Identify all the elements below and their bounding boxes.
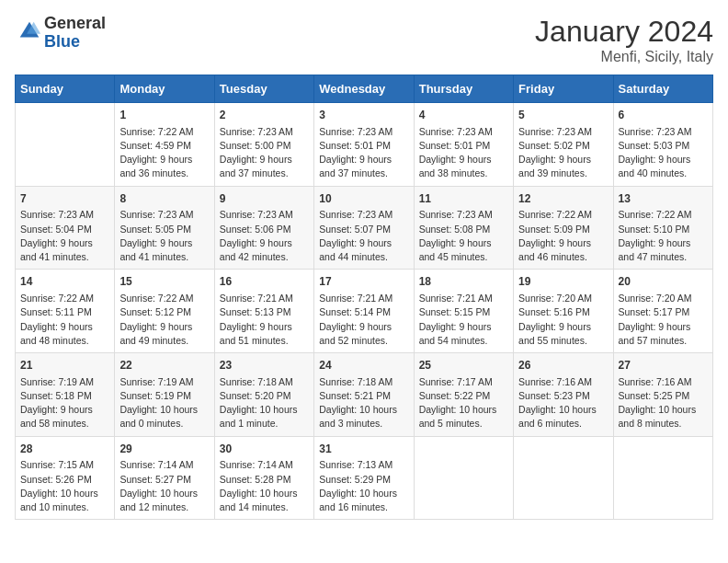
calendar-cell [16,103,115,187]
day-detail: Sunrise: 7:23 AM Sunset: 5:04 PM Dayligh… [20,208,109,264]
calendar-cell: 21Sunrise: 7:19 AM Sunset: 5:18 PM Dayli… [16,353,115,437]
day-detail: Sunrise: 7:17 AM Sunset: 5:22 PM Dayligh… [419,375,508,431]
day-number: 31 [319,442,408,457]
page-header: General Blue January 2024 Menfi, Sicily,… [15,15,713,65]
calendar-cell: 28Sunrise: 7:15 AM Sunset: 5:26 PM Dayli… [16,436,115,520]
calendar-cell: 15Sunrise: 7:22 AM Sunset: 5:12 PM Dayli… [115,270,214,353]
day-number: 26 [518,358,608,373]
calendar-cell: 25Sunrise: 7:17 AM Sunset: 5:22 PM Dayli… [414,353,513,437]
logo-icon [17,18,42,44]
day-detail: Sunrise: 7:22 AM Sunset: 5:10 PM Dayligh… [619,208,708,264]
day-detail: Sunrise: 7:21 AM Sunset: 5:14 PM Dayligh… [319,292,408,348]
day-number: 17 [319,274,408,290]
calendar-cell: 26Sunrise: 7:16 AM Sunset: 5:23 PM Dayli… [514,353,613,437]
day-number: 29 [119,442,209,457]
day-number: 23 [220,358,309,373]
calendar-cell: 29Sunrise: 7:14 AM Sunset: 5:27 PM Dayli… [115,436,214,520]
day-number: 19 [518,274,608,290]
day-detail: Sunrise: 7:23 AM Sunset: 5:01 PM Dayligh… [419,125,508,181]
day-number: 5 [518,108,608,123]
calendar-cell: 20Sunrise: 7:20 AM Sunset: 5:17 PM Dayli… [613,270,712,353]
day-detail: Sunrise: 7:21 AM Sunset: 5:13 PM Dayligh… [220,292,309,348]
day-number: 8 [119,191,209,207]
day-number: 21 [20,358,109,373]
day-number: 1 [119,108,209,123]
day-number: 18 [419,274,508,290]
day-detail: Sunrise: 7:23 AM Sunset: 5:00 PM Dayligh… [220,125,309,181]
day-detail: Sunrise: 7:18 AM Sunset: 5:21 PM Dayligh… [319,375,408,431]
day-detail: Sunrise: 7:23 AM Sunset: 5:06 PM Dayligh… [220,208,309,264]
calendar-week-0: 1Sunrise: 7:22 AM Sunset: 4:59 PM Daylig… [16,103,713,187]
day-detail: Sunrise: 7:15 AM Sunset: 5:26 PM Dayligh… [20,458,109,514]
day-number: 25 [419,358,508,373]
calendar-cell: 4Sunrise: 7:23 AM Sunset: 5:01 PM Daylig… [414,103,513,187]
day-detail: Sunrise: 7:20 AM Sunset: 5:16 PM Dayligh… [518,292,608,348]
day-number: 30 [220,442,309,457]
day-number: 12 [518,191,608,207]
day-number: 13 [619,191,708,207]
day-number: 10 [319,191,408,207]
calendar-cell: 2Sunrise: 7:23 AM Sunset: 5:00 PM Daylig… [214,103,313,187]
calendar-week-4: 28Sunrise: 7:15 AM Sunset: 5:26 PM Dayli… [16,436,713,520]
day-number: 2 [220,108,309,123]
header-tuesday: Tuesday [214,75,313,103]
day-detail: Sunrise: 7:18 AM Sunset: 5:20 PM Dayligh… [220,375,309,431]
day-detail: Sunrise: 7:22 AM Sunset: 5:12 PM Dayligh… [119,292,209,348]
day-detail: Sunrise: 7:23 AM Sunset: 5:01 PM Dayligh… [319,125,408,181]
header-wednesday: Wednesday [314,75,414,103]
calendar-cell: 18Sunrise: 7:21 AM Sunset: 5:15 PM Dayli… [414,270,513,353]
day-detail: Sunrise: 7:23 AM Sunset: 5:03 PM Dayligh… [619,125,708,181]
calendar-cell: 13Sunrise: 7:22 AM Sunset: 5:10 PM Dayli… [613,186,712,270]
calendar-cell: 10Sunrise: 7:23 AM Sunset: 5:07 PM Dayli… [314,186,414,270]
calendar-cell: 9Sunrise: 7:23 AM Sunset: 5:06 PM Daylig… [214,186,313,270]
calendar-body: 1Sunrise: 7:22 AM Sunset: 4:59 PM Daylig… [16,103,713,520]
calendar-cell: 3Sunrise: 7:23 AM Sunset: 5:01 PM Daylig… [314,103,414,187]
day-detail: Sunrise: 7:22 AM Sunset: 5:09 PM Dayligh… [518,208,608,264]
day-detail: Sunrise: 7:23 AM Sunset: 5:05 PM Dayligh… [119,208,209,264]
calendar-cell: 16Sunrise: 7:21 AM Sunset: 5:13 PM Dayli… [214,270,313,353]
calendar-cell: 23Sunrise: 7:18 AM Sunset: 5:20 PM Dayli… [214,353,313,437]
day-detail: Sunrise: 7:16 AM Sunset: 5:23 PM Dayligh… [518,375,608,431]
calendar-week-2: 14Sunrise: 7:22 AM Sunset: 5:11 PM Dayli… [16,270,713,353]
calendar-header-row: SundayMondayTuesdayWednesdayThursdayFrid… [16,75,713,103]
logo: General Blue [15,15,106,52]
header-saturday: Saturday [613,75,712,103]
title-block: January 2024 Menfi, Sicily, Italy [535,15,713,65]
calendar-cell: 24Sunrise: 7:18 AM Sunset: 5:21 PM Dayli… [314,353,414,437]
calendar-cell: 22Sunrise: 7:19 AM Sunset: 5:19 PM Dayli… [115,353,214,437]
calendar-cell: 8Sunrise: 7:23 AM Sunset: 5:05 PM Daylig… [115,186,214,270]
day-number: 9 [220,191,309,207]
calendar-title: January 2024 [535,15,713,49]
calendar-cell [613,436,712,520]
day-detail: Sunrise: 7:16 AM Sunset: 5:25 PM Dayligh… [619,375,708,431]
calendar-week-1: 7Sunrise: 7:23 AM Sunset: 5:04 PM Daylig… [16,186,713,270]
calendar-subtitle: Menfi, Sicily, Italy [535,49,713,65]
day-number: 3 [319,108,408,123]
calendar-cell: 19Sunrise: 7:20 AM Sunset: 5:16 PM Dayli… [514,270,613,353]
day-detail: Sunrise: 7:19 AM Sunset: 5:19 PM Dayligh… [119,375,209,431]
day-detail: Sunrise: 7:20 AM Sunset: 5:17 PM Dayligh… [619,292,708,348]
day-detail: Sunrise: 7:23 AM Sunset: 5:02 PM Dayligh… [518,125,608,181]
day-detail: Sunrise: 7:23 AM Sunset: 5:07 PM Dayligh… [319,208,408,264]
calendar-cell: 30Sunrise: 7:14 AM Sunset: 5:28 PM Dayli… [214,436,313,520]
day-number: 28 [20,442,109,457]
day-number: 22 [119,358,209,373]
day-detail: Sunrise: 7:22 AM Sunset: 4:59 PM Dayligh… [119,125,209,181]
day-number: 14 [20,274,109,290]
header-monday: Monday [115,75,214,103]
calendar-cell: 11Sunrise: 7:23 AM Sunset: 5:08 PM Dayli… [414,186,513,270]
day-detail: Sunrise: 7:21 AM Sunset: 5:15 PM Dayligh… [419,292,508,348]
calendar-cell [514,436,613,520]
day-detail: Sunrise: 7:14 AM Sunset: 5:27 PM Dayligh… [119,458,209,514]
day-number: 4 [419,108,508,123]
calendar-cell: 12Sunrise: 7:22 AM Sunset: 5:09 PM Dayli… [514,186,613,270]
calendar-cell: 31Sunrise: 7:13 AM Sunset: 5:29 PM Dayli… [314,436,414,520]
day-number: 7 [20,191,109,207]
calendar-cell: 6Sunrise: 7:23 AM Sunset: 5:03 PM Daylig… [613,103,712,187]
calendar-cell: 7Sunrise: 7:23 AM Sunset: 5:04 PM Daylig… [16,186,115,270]
calendar-cell: 27Sunrise: 7:16 AM Sunset: 5:25 PM Dayli… [613,353,712,437]
day-number: 15 [119,274,209,290]
header-thursday: Thursday [414,75,513,103]
day-detail: Sunrise: 7:23 AM Sunset: 5:08 PM Dayligh… [419,208,508,264]
calendar-cell: 1Sunrise: 7:22 AM Sunset: 4:59 PM Daylig… [115,103,214,187]
